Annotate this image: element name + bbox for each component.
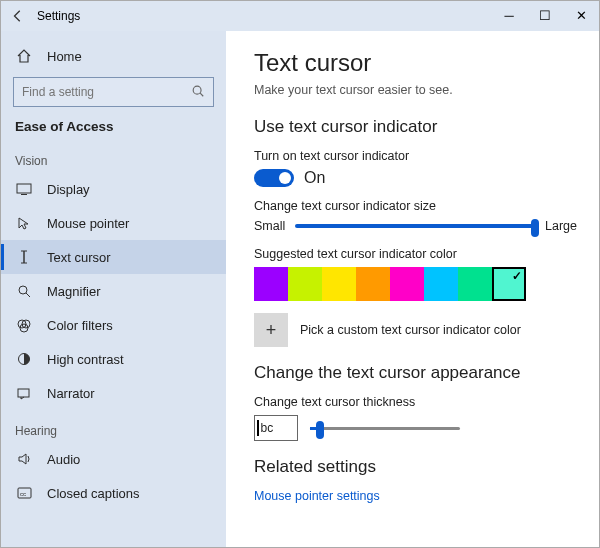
slider-thumb[interactable] xyxy=(531,219,539,237)
thickness-label: Change text cursor thickness xyxy=(254,395,577,409)
sidebar-home[interactable]: Home xyxy=(1,39,226,73)
sidebar-item-magnifier[interactable]: Magnifier xyxy=(1,274,226,308)
close-button[interactable]: ✕ xyxy=(563,1,599,31)
size-label: Change text cursor indicator size xyxy=(254,199,577,213)
sidebar-item-audio[interactable]: Audio xyxy=(1,442,226,476)
narrator-icon xyxy=(15,387,33,400)
color-label: Suggested text cursor indicator color xyxy=(254,247,577,261)
svg-line-1 xyxy=(200,93,203,96)
svg-rect-2 xyxy=(17,184,31,193)
toggle-knob xyxy=(279,172,291,184)
sidebar-item-display[interactable]: Display xyxy=(1,172,226,206)
slider-thumb[interactable] xyxy=(316,421,324,439)
custom-color-label: Pick a custom text cursor indicator colo… xyxy=(300,323,521,337)
color-filters-icon xyxy=(15,318,33,333)
page-subtitle: Make your text cursor easier to see. xyxy=(254,83,577,97)
minimize-button[interactable]: ─ xyxy=(491,1,527,31)
breadcrumb: Ease of Access xyxy=(1,115,226,140)
section-indicator: Use text cursor indicator xyxy=(254,117,577,137)
audio-icon xyxy=(15,452,33,466)
color-swatch[interactable] xyxy=(390,267,424,301)
color-swatch[interactable] xyxy=(254,267,288,301)
sidebar-item-label: Audio xyxy=(47,452,80,467)
thickness-row: bc xyxy=(254,415,577,441)
group-hearing: Hearing xyxy=(1,410,226,442)
closed-captions-icon: cc xyxy=(15,487,33,499)
thickness-sample: bc xyxy=(261,421,274,435)
window-title: Settings xyxy=(35,9,80,23)
sidebar-item-high-contrast[interactable]: High contrast xyxy=(1,342,226,376)
color-swatch[interactable] xyxy=(356,267,390,301)
sidebar-item-label: Magnifier xyxy=(47,284,100,299)
svg-line-6 xyxy=(26,293,30,297)
sidebar-item-color-filters[interactable]: Color filters xyxy=(1,308,226,342)
sidebar-home-label: Home xyxy=(47,49,82,64)
maximize-button[interactable]: ☐ xyxy=(527,1,563,31)
main-content: Text cursor Make your text cursor easier… xyxy=(226,31,599,547)
size-large-label: Large xyxy=(545,219,577,233)
settings-window: Settings ─ ☐ ✕ Home Ease of Access Visio… xyxy=(0,0,600,548)
indicator-toggle[interactable]: On xyxy=(254,169,577,187)
thickness-slider[interactable] xyxy=(310,427,460,430)
svg-rect-11 xyxy=(18,389,29,397)
sidebar-item-label: Closed captions xyxy=(47,486,140,501)
color-swatch[interactable] xyxy=(424,267,458,301)
high-contrast-icon xyxy=(15,352,33,366)
home-icon xyxy=(15,48,33,64)
toggle-label: Turn on text cursor indicator xyxy=(254,149,577,163)
titlebar: Settings ─ ☐ ✕ xyxy=(1,1,599,31)
text-cursor-icon xyxy=(15,249,33,265)
sidebar-item-narrator[interactable]: Narrator xyxy=(1,376,226,410)
size-small-label: Small xyxy=(254,219,285,233)
window-body: Home Ease of Access Vision Display Mouse… xyxy=(1,31,599,547)
section-related: Related settings xyxy=(254,457,577,477)
color-swatch[interactable] xyxy=(322,267,356,301)
section-appearance: Change the text cursor appearance xyxy=(254,363,577,383)
group-vision: Vision xyxy=(1,140,226,172)
color-swatches xyxy=(254,267,577,301)
svg-text:cc: cc xyxy=(20,491,26,497)
sidebar-item-label: Text cursor xyxy=(47,250,111,265)
mouse-pointer-icon xyxy=(15,216,33,230)
svg-point-0 xyxy=(193,86,201,94)
thickness-preview: bc xyxy=(254,415,298,441)
color-swatch[interactable] xyxy=(492,267,526,301)
toggle-track xyxy=(254,169,294,187)
sidebar-item-mouse-pointer[interactable]: Mouse pointer xyxy=(1,206,226,240)
sidebar-item-label: Display xyxy=(47,182,90,197)
magnifier-icon xyxy=(15,284,33,299)
toggle-state: On xyxy=(304,169,325,187)
color-swatch[interactable] xyxy=(288,267,322,301)
search-box[interactable] xyxy=(13,77,214,107)
link-mouse-pointer-settings[interactable]: Mouse pointer settings xyxy=(254,489,577,503)
sidebar-item-label: Mouse pointer xyxy=(47,216,129,231)
back-button[interactable] xyxy=(1,9,35,23)
sidebar-item-closed-captions[interactable]: cc Closed captions xyxy=(1,476,226,510)
sidebar-item-label: Narrator xyxy=(47,386,95,401)
search-input[interactable] xyxy=(22,85,182,99)
sidebar: Home Ease of Access Vision Display Mouse… xyxy=(1,31,226,547)
sidebar-item-text-cursor[interactable]: Text cursor xyxy=(1,240,226,274)
size-slider[interactable] xyxy=(295,224,535,228)
size-slider-row: Small Large xyxy=(254,219,577,233)
plus-icon: + xyxy=(254,313,288,347)
sidebar-item-label: Color filters xyxy=(47,318,113,333)
custom-color-row[interactable]: + Pick a custom text cursor indicator co… xyxy=(254,313,577,347)
color-swatch[interactable] xyxy=(458,267,492,301)
search-icon xyxy=(191,84,205,101)
sidebar-item-label: High contrast xyxy=(47,352,124,367)
display-icon xyxy=(15,183,33,195)
svg-point-5 xyxy=(19,286,27,294)
page-title: Text cursor xyxy=(254,49,577,77)
